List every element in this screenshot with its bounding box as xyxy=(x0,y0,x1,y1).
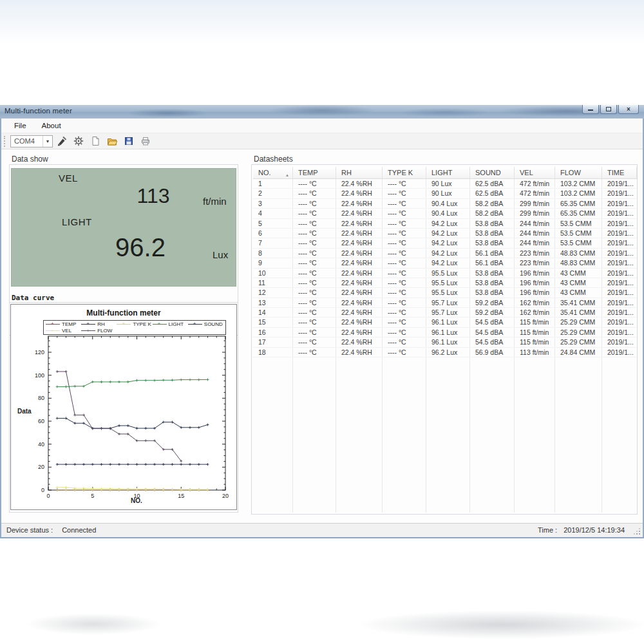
settings-button[interactable] xyxy=(71,135,86,148)
table-row[interactable]: 15---- °C22.4 %RH---- °C96.1 Lux54.5 dBA… xyxy=(253,317,637,327)
table-cell: ---- °C xyxy=(293,229,336,238)
close-button[interactable]: × xyxy=(618,105,639,114)
svg-text:60: 60 xyxy=(38,418,44,424)
minimize-button[interactable] xyxy=(582,105,599,114)
table-row[interactable]: 14---- °C22.4 %RH---- °C95.7 Lux59.2 dBA… xyxy=(253,308,637,317)
svg-text:0: 0 xyxy=(46,493,50,499)
table-row[interactable]: 8---- °C22.4 %RH---- °C94.2 Lux56.1 dBA2… xyxy=(253,249,637,258)
legend-item: +FLOW xyxy=(81,328,117,334)
column-header-time[interactable]: TIME xyxy=(602,167,637,178)
series-line-flow xyxy=(57,372,182,461)
table-row[interactable]: 13---- °C22.4 %RH---- °C95.7 Lux59.2 dBA… xyxy=(253,298,637,308)
table-row[interactable]: 11---- °C22.4 %RH---- °C95.5 Lux53.8 dBA… xyxy=(253,278,637,288)
legend-line-sample: + xyxy=(188,324,202,325)
brush-button[interactable] xyxy=(54,135,70,148)
table-cell: ---- °C xyxy=(293,298,336,307)
table-cell: 22.4 %RH xyxy=(336,278,383,287)
toolbar-grip[interactable] xyxy=(4,136,6,147)
com-port-select[interactable]: COM4 ▼ xyxy=(10,135,53,147)
menu-about[interactable]: About xyxy=(35,120,68,131)
table-cell: 53.8 dBA xyxy=(470,219,515,228)
table-cell: 56.1 dBA xyxy=(470,258,515,267)
table-cell: ---- °C xyxy=(383,288,426,297)
table-cell: 103.2 CMM xyxy=(555,179,602,188)
close-icon: × xyxy=(627,106,630,113)
table-row[interactable]: 16---- °C22.4 %RH---- °C96.1 Lux54.5 dBA… xyxy=(253,328,637,337)
legend-label: TYPE K xyxy=(133,321,151,327)
table-row[interactable]: 10---- °C22.4 %RH---- °C95.5 Lux53.8 dBA… xyxy=(253,269,637,278)
table-row[interactable]: 4---- °C22.4 %RH---- °C90.4 Lux58.2 dBA2… xyxy=(253,209,637,218)
column-header-no-[interactable]: NO.▲ xyxy=(253,167,293,178)
maximize-button[interactable] xyxy=(600,105,617,114)
table-cell: ---- °C xyxy=(293,328,336,337)
table-cell: 223 ft/min xyxy=(515,249,555,258)
column-header-sound[interactable]: SOUND xyxy=(470,167,515,178)
table-row[interactable]: 2---- °C22.4 %RH---- °C90 Lux62.5 dBA472… xyxy=(253,189,637,198)
table-cell: 95.7 Lux xyxy=(426,308,470,317)
table-cell: 22.4 %RH xyxy=(336,238,383,247)
table-cell: 95.5 Lux xyxy=(426,278,470,287)
legend-marker: + xyxy=(158,321,161,327)
client-area: Data show VEL 113 ft/min LIGHT 96.2 Lux … xyxy=(1,149,643,523)
lcd-reading-unit: Lux xyxy=(213,249,228,260)
table-row[interactable]: 9---- °C22.4 %RH---- °C94.2 Lux56.1 dBA2… xyxy=(253,258,637,268)
table-cell: 54.5 dBA xyxy=(470,328,515,337)
legend-item: +TEMP xyxy=(46,321,81,327)
table-cell: 53.8 dBA xyxy=(470,229,515,238)
legend-item: +VEL xyxy=(46,328,81,334)
chart: 05101520020406080100120 Multi-function m… xyxy=(10,304,237,510)
table-cell: 25.29 CMM xyxy=(555,328,602,337)
print-icon xyxy=(140,136,151,146)
chevron-down-icon: ▼ xyxy=(43,136,52,147)
table-cell: ---- °C xyxy=(293,238,336,247)
table-cell: 35.41 CMM xyxy=(555,308,602,317)
table-row[interactable]: 7---- °C22.4 %RH---- °C94.2 Lux53.8 dBA2… xyxy=(253,238,637,248)
column-header-vel[interactable]: VEL xyxy=(515,167,555,178)
table-row[interactable]: 1---- °C22.4 %RH---- °C90 Lux62.5 dBA472… xyxy=(253,179,637,189)
menu-file[interactable]: File xyxy=(8,120,33,131)
table-cell: ---- °C xyxy=(293,288,336,297)
column-header-flow[interactable]: FLOW xyxy=(555,167,602,178)
table-cell: ---- °C xyxy=(293,337,336,346)
table-row[interactable]: 6---- °C22.4 %RH---- °C94.2 Lux53.8 dBA2… xyxy=(253,229,637,238)
column-header-temp[interactable]: TEMP xyxy=(293,167,336,178)
table-cell: 22.4 %RH xyxy=(336,348,383,357)
legend-marker: + xyxy=(86,321,90,327)
table-cell: ---- °C xyxy=(383,179,426,188)
column-header-light[interactable]: LIGHT xyxy=(426,167,470,178)
svg-text:0: 0 xyxy=(41,487,44,493)
resize-grip[interactable] xyxy=(639,533,640,535)
table-cell: ---- °C xyxy=(293,189,336,198)
column-header-type-k[interactable]: TYPE K xyxy=(383,167,426,178)
table-cell: 115 ft/min xyxy=(515,317,555,327)
datasheets-label: Datasheets xyxy=(254,155,293,164)
table-cell: 162 ft/min xyxy=(515,308,555,317)
svg-text:15: 15 xyxy=(178,493,184,499)
table-row[interactable]: 3---- °C22.4 %RH---- °C90.4 Lux58.2 dBA2… xyxy=(253,199,637,209)
new-file-button[interactable] xyxy=(88,135,103,148)
table-cell: 2019/1... xyxy=(602,258,637,267)
open-file-button[interactable] xyxy=(104,135,120,148)
maximize-icon xyxy=(606,107,611,111)
table-cell: 56.9 dBA xyxy=(470,348,515,357)
table-cell: 25.29 CMM xyxy=(555,317,602,327)
table-row[interactable]: 17---- °C22.4 %RH---- °C96.1 Lux54.5 dBA… xyxy=(253,337,637,347)
table-cell: 96.1 Lux xyxy=(426,328,470,337)
table-cell: 22.4 %RH xyxy=(336,199,383,208)
legend-line-sample: + xyxy=(81,324,95,325)
save-button[interactable] xyxy=(121,135,137,148)
table-cell: 58.2 dBA xyxy=(470,199,515,208)
table-cell: 2019/1... xyxy=(602,229,637,238)
table-cell: ---- °C xyxy=(293,308,336,317)
table-cell: 96.2 Lux xyxy=(426,348,470,357)
table-cell: 22.4 %RH xyxy=(336,229,383,238)
legend-marker: + xyxy=(51,328,54,334)
table-cell: 22.4 %RH xyxy=(336,328,383,337)
table-row[interactable]: 12---- °C22.4 %RH---- °C95.5 Lux53.8 dBA… xyxy=(253,288,637,298)
table-row[interactable]: 18---- °C22.4 %RH---- °C96.2 Lux56.9 dBA… xyxy=(253,348,637,357)
table-cell: 22.4 %RH xyxy=(336,337,383,346)
column-header-rh[interactable]: RH xyxy=(336,167,383,178)
print-button[interactable] xyxy=(138,135,153,148)
table-row[interactable]: 5---- °C22.4 %RH---- °C94.2 Lux53.8 dBA2… xyxy=(253,219,637,229)
legend-marker: + xyxy=(193,321,196,327)
